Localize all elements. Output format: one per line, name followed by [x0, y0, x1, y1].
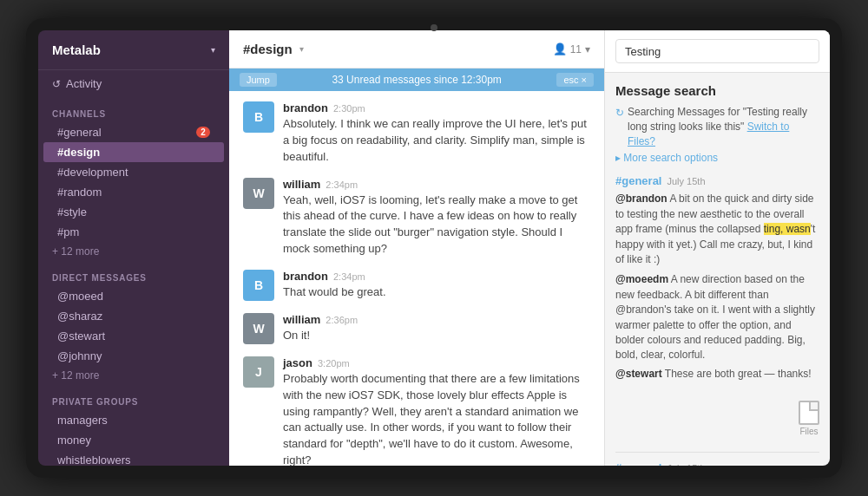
banner-controls: Jump — [240, 73, 277, 87]
clock-icon: ↺ — [52, 78, 61, 90]
more-search-options[interactable]: ▸ More search options — [615, 152, 819, 164]
message-content: brandon 2:30pm Absolutely. I think we ca… — [283, 101, 590, 166]
search-status: ↻ Searching Messages for "Testing really… — [615, 105, 819, 148]
files-button[interactable]: Files — [799, 394, 819, 443]
message-content: brandon 2:34pm That would be great. — [283, 270, 590, 301]
message-meta: brandon 2:34pm — [283, 270, 590, 283]
search-result-channel: #general — [615, 174, 661, 187]
search-result-text: @stewart These are both great — thanks! — [615, 367, 819, 382]
unread-banner: Jump 33 Unread messages since 12:30pm es… — [229, 69, 604, 91]
search-panel: Message search ↻ Searching Messages for … — [604, 30, 830, 466]
workspace-dropdown-icon[interactable]: ▾ — [211, 45, 215, 55]
activity-item[interactable]: ↺ Activity — [38, 70, 229, 97]
message-meta: william 2:36pm — [283, 313, 590, 326]
dms-more-link[interactable]: + 12 more — [38, 366, 229, 385]
jump-button[interactable]: Jump — [240, 73, 277, 87]
message-time: 2:36pm — [326, 315, 358, 325]
avatar: W — [243, 178, 274, 209]
message-author: brandon — [283, 270, 328, 283]
channel-name-development: #development — [57, 166, 128, 179]
message-meta: william 2:34pm — [283, 178, 590, 191]
search-input-wrapper — [605, 30, 830, 73]
avatar: J — [243, 356, 274, 388]
dm-name-moeed: @moeed — [57, 290, 103, 303]
message-time: 2:34pm — [333, 271, 365, 282]
search-panel-title: Message search — [615, 83, 819, 98]
dm-section-label: DIRECT MESSAGES — [38, 261, 229, 286]
search-result-group: #general July 15th @brandon A bit on the… — [615, 174, 819, 382]
group-item-money[interactable]: money — [43, 430, 224, 450]
dm-item-moeed[interactable]: @moeed — [43, 286, 224, 306]
sidebar-header[interactable]: Metalab ▾ — [38, 30, 229, 70]
message-content: jason 3:20pm Probably worth documenting … — [283, 356, 590, 466]
search-result-text: @brandon A bit on the quick and dirty si… — [615, 192, 819, 267]
files-icon — [799, 401, 819, 425]
channels-section-label: CHANNELS — [38, 97, 229, 122]
group-name-money: money — [57, 434, 91, 447]
members-count: 11 — [570, 43, 582, 55]
dm-name-johnny: @johnny — [57, 349, 102, 362]
members-icon: 👤 — [553, 42, 567, 55]
messages-list: B brandon 2:30pm Absolutely. I think we … — [229, 91, 604, 466]
search-result-date: July 15th — [667, 463, 705, 466]
group-item-whistleblowers[interactable]: whistleblowers — [43, 450, 224, 466]
esc-button[interactable]: esc × — [556, 73, 594, 87]
search-status-text: Searching Messages for "Testing really l… — [628, 105, 819, 148]
message-text: Yeah, well, iOS7 is looming, let's reall… — [283, 193, 590, 258]
chat-members: 👤 11 ▾ — [553, 42, 590, 55]
channel-dropdown-icon[interactable]: ▾ — [299, 44, 304, 54]
dm-name-sharaz: @sharaz — [57, 310, 102, 323]
channel-name-style: #style — [57, 206, 87, 219]
dm-item-sharaz[interactable]: @sharaz — [43, 306, 224, 326]
message-author: jason — [283, 356, 312, 369]
channel-name-pm: #pm — [57, 225, 79, 238]
chat-header: #design ▾ 👤 11 ▾ — [229, 30, 604, 69]
search-result-channel: #general — [615, 461, 661, 466]
message-time: 2:30pm — [333, 103, 365, 114]
dm-item-johnny[interactable]: @johnny — [43, 346, 224, 366]
message-meta: jason 3:20pm — [283, 356, 590, 369]
chat-channel-name: #design — [243, 42, 293, 56]
group-item-managers[interactable]: managers — [43, 410, 224, 430]
search-result-text: @moeedm A new direction based on the new… — [615, 272, 819, 362]
channel-item-development[interactable]: #development — [43, 162, 224, 182]
channels-more-link[interactable]: + 12 more — [38, 242, 229, 261]
sidebar-content: ↺ Activity CHANNELS #general 2 #design #… — [38, 70, 229, 466]
channel-item-style[interactable]: #style — [43, 202, 224, 222]
message-content: william 2:34pm Yeah, well, iOS7 is loomi… — [283, 178, 590, 258]
message-text: Probably worth documenting that there ar… — [283, 371, 590, 466]
switch-to-files-link[interactable]: Switch to Files? — [628, 121, 789, 147]
channel-item-design[interactable]: #design — [43, 142, 224, 162]
sidebar: Metalab ▾ ↺ Activity CHANNELS #general 2… — [38, 30, 229, 466]
avatar: B — [243, 101, 274, 133]
chat-area: #design ▾ 👤 11 ▾ Jump 33 Unread messages… — [229, 30, 604, 466]
message-time: 2:34pm — [326, 179, 358, 190]
activity-label: Activity — [66, 77, 102, 90]
search-divider — [615, 452, 819, 453]
channel-item-random[interactable]: #random — [43, 182, 224, 202]
channel-item-pm[interactable]: #pm — [43, 222, 224, 242]
channel-item-general[interactable]: #general 2 — [43, 122, 224, 142]
groups-section-label: PRIVATE GROUPS — [38, 385, 229, 410]
search-result-group: #general July 15th @brandon [uploaded: n… — [615, 461, 819, 466]
table-row: J jason 3:20pm Probably worth documentin… — [243, 356, 590, 466]
group-name-managers: managers — [57, 414, 108, 427]
table-row: W william 2:36pm On it! — [243, 313, 590, 344]
unread-text: 33 Unread messages since 12:30pm — [332, 74, 501, 86]
group-name-whistleblowers: whistleblowers — [57, 454, 131, 466]
message-time: 3:20pm — [318, 358, 350, 369]
avatar: W — [243, 313, 274, 344]
table-row: B brandon 2:34pm That would be great. — [243, 270, 590, 301]
device-frame: Metalab ▾ ↺ Activity CHANNELS #general 2… — [26, 18, 842, 478]
channel-name-design: #design — [57, 146, 100, 159]
avatar: B — [243, 270, 274, 301]
channel-name-random: #random — [57, 186, 102, 199]
message-text: Absolutely. I think we can really improv… — [283, 116, 590, 166]
table-row: W william 2:34pm Yeah, well, iOS7 is loo… — [243, 178, 590, 258]
members-dropdown-icon: ▾ — [585, 43, 590, 55]
message-text: On it! — [283, 328, 590, 344]
dm-item-stewart[interactable]: @stewart — [43, 326, 224, 346]
search-result-date: July 15th — [667, 176, 705, 186]
workspace-title: Metalab — [52, 42, 101, 57]
search-input[interactable] — [615, 39, 819, 63]
